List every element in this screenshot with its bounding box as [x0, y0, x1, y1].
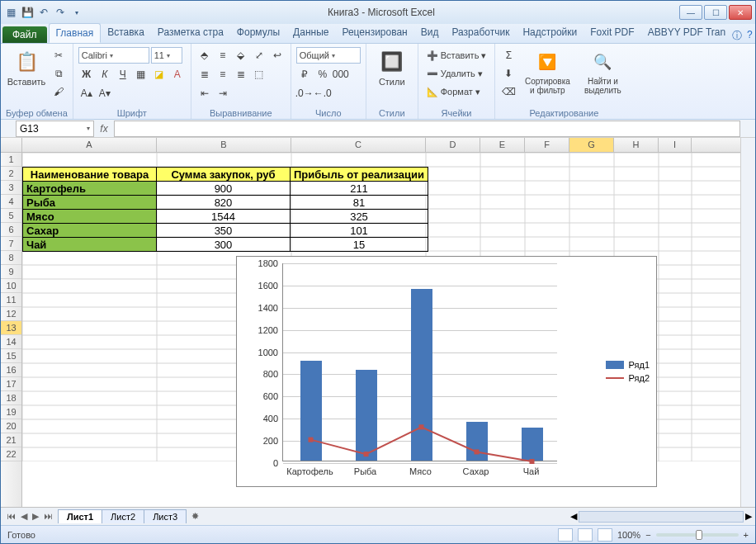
ribbon-tab-7[interactable]: Разработчик	[445, 23, 516, 43]
ribbon-tab-8[interactable]: Надстройки	[516, 23, 584, 43]
cell-styles-button[interactable]: 🔲 Стили	[371, 47, 413, 88]
sheet-tab-1[interactable]: Лист2	[102, 509, 144, 523]
row-header-19[interactable]: 19	[1, 405, 21, 419]
format-cells-button[interactable]: 📐 Формат ▾	[423, 83, 484, 100]
col-header-D[interactable]: D	[426, 138, 480, 152]
row-header-8[interactable]: 8	[1, 251, 21, 265]
increase-font-button[interactable]: A▴	[78, 85, 95, 102]
page-break-view-button[interactable]	[598, 528, 612, 542]
underline-button[interactable]: Ч	[115, 66, 131, 83]
format-painter-button[interactable]: 🖌	[50, 83, 67, 100]
align-top-button[interactable]: ⬘	[196, 47, 213, 64]
ribbon-tab-4[interactable]: Данные	[286, 23, 335, 43]
merge-button[interactable]: ⬚	[251, 66, 267, 83]
copy-button[interactable]: ⧉	[50, 65, 67, 82]
fill-color-button[interactable]: ◪	[151, 66, 168, 83]
ribbon-tab-6[interactable]: Вид	[414, 23, 446, 43]
insert-cells-button[interactable]: ➕ Вставить ▾	[423, 47, 490, 64]
decrease-indent-button[interactable]: ⇤	[196, 85, 213, 102]
minimize-ribbon-icon[interactable]: ⓘ	[732, 29, 742, 43]
row-header-6[interactable]: 6	[1, 223, 21, 237]
ribbon-tab-5[interactable]: Рецензирован	[335, 23, 413, 43]
col-header-A[interactable]: A	[22, 138, 157, 152]
minimize-button[interactable]: —	[679, 5, 702, 20]
row-header-11[interactable]: 11	[1, 293, 21, 307]
new-sheet-button[interactable]: ✸	[187, 511, 204, 522]
font-size-combo[interactable]: 11▾	[151, 47, 182, 64]
row-header-22[interactable]: 22	[1, 447, 21, 461]
number-format-combo[interactable]: Общий▾	[296, 47, 361, 64]
comma-button[interactable]: 000	[333, 66, 349, 83]
align-left-button[interactable]: ≣	[196, 66, 213, 83]
orientation-button[interactable]: ⤢	[251, 47, 267, 64]
next-sheet-button[interactable]: ▶	[30, 511, 41, 522]
embedded-chart[interactable]: 020040060080010001200140016001800 Картоф…	[236, 256, 657, 487]
row-header-7[interactable]: 7	[1, 237, 21, 251]
row-header-3[interactable]: 3	[1, 181, 21, 195]
autosum-button[interactable]: Σ	[500, 47, 517, 64]
col-header-B[interactable]: B	[157, 138, 291, 152]
zoom-out-button[interactable]: −	[645, 530, 650, 540]
row-header-4[interactable]: 4	[1, 195, 21, 209]
increase-decimal-button[interactable]: .0→	[296, 85, 313, 102]
undo-icon[interactable]: ↶	[37, 6, 50, 19]
row-header-13[interactable]: 13	[1, 321, 21, 335]
horizontal-scrollbar[interactable]: ◀▶	[570, 511, 755, 523]
ribbon-tab-10[interactable]: ABBYY PDF Tran	[641, 23, 732, 43]
ribbon-tab-3[interactable]: Формулы	[230, 23, 286, 43]
align-right-button[interactable]: ≣	[233, 66, 249, 83]
maximize-button[interactable]: ☐	[704, 5, 727, 20]
worksheet-grid[interactable]: ABCDEFGHI 123456789101112131415161718192…	[1, 138, 755, 507]
sort-filter-button[interactable]: 🔽 Сортировка и фильтр	[520, 47, 574, 97]
row-header-9[interactable]: 9	[1, 265, 21, 279]
font-color-button[interactable]: A	[169, 66, 186, 83]
wrap-text-button[interactable]: ↩	[269, 47, 286, 64]
sheet-tab-2[interactable]: Лист3	[144, 509, 187, 523]
align-bottom-button[interactable]: ⬙	[233, 47, 249, 64]
last-sheet-button[interactable]: ⏭	[41, 511, 55, 522]
ribbon-tab-1[interactable]: Вставка	[101, 23, 151, 43]
paste-button[interactable]: 📋 Вставить	[6, 47, 47, 88]
bold-button[interactable]: Ж	[78, 66, 95, 83]
row-header-14[interactable]: 14	[1, 335, 21, 349]
cells-area[interactable]: Наименование товараСумма закупок, рубПри…	[22, 153, 740, 507]
decrease-font-button[interactable]: A▾	[97, 85, 113, 102]
increase-indent-button[interactable]: ⇥	[215, 85, 231, 102]
border-button[interactable]: ▦	[133, 66, 149, 83]
clear-button[interactable]: ⌫	[500, 83, 517, 100]
align-middle-button[interactable]: ≡	[215, 47, 231, 64]
row-header-12[interactable]: 12	[1, 307, 21, 321]
prev-sheet-button[interactable]: ◀	[18, 511, 30, 522]
cut-button[interactable]: ✂	[50, 47, 67, 64]
file-tab[interactable]: Файл	[2, 26, 47, 43]
row-header-15[interactable]: 15	[1, 349, 21, 363]
close-button[interactable]: ✕	[729, 5, 752, 20]
col-header-G[interactable]: G	[569, 138, 614, 152]
col-header-C[interactable]: C	[291, 138, 426, 152]
decrease-decimal-button[interactable]: ←.0	[314, 85, 331, 102]
row-header-5[interactable]: 5	[1, 209, 21, 223]
find-select-button[interactable]: 🔍 Найти и выделить	[578, 47, 627, 97]
sheet-tab-0[interactable]: Лист1	[58, 509, 102, 523]
page-layout-view-button[interactable]	[578, 528, 593, 542]
formula-input[interactable]	[114, 121, 740, 137]
help-icon[interactable]: ?	[747, 29, 753, 43]
col-header-F[interactable]: F	[525, 138, 569, 152]
row-header-2[interactable]: 2	[1, 167, 21, 181]
row-header-20[interactable]: 20	[1, 419, 21, 433]
normal-view-button[interactable]	[558, 528, 573, 542]
zoom-slider[interactable]	[656, 533, 739, 537]
align-center-button[interactable]: ≡	[215, 66, 231, 83]
zoom-level[interactable]: 100%	[617, 530, 640, 540]
row-header-10[interactable]: 10	[1, 279, 21, 293]
font-name-combo[interactable]: Calibri▾	[78, 47, 149, 64]
row-header-1[interactable]: 1	[1, 153, 21, 167]
ribbon-tab-2[interactable]: Разметка стра	[151, 23, 230, 43]
vertical-scrollbar[interactable]	[740, 138, 755, 507]
col-header-H[interactable]: H	[614, 138, 659, 152]
row-header-18[interactable]: 18	[1, 391, 21, 405]
ribbon-tab-9[interactable]: Foxit PDF	[584, 23, 640, 43]
ribbon-tab-0[interactable]: Главная	[49, 23, 102, 43]
row-header-16[interactable]: 16	[1, 363, 21, 377]
save-icon[interactable]: 💾	[21, 6, 34, 19]
